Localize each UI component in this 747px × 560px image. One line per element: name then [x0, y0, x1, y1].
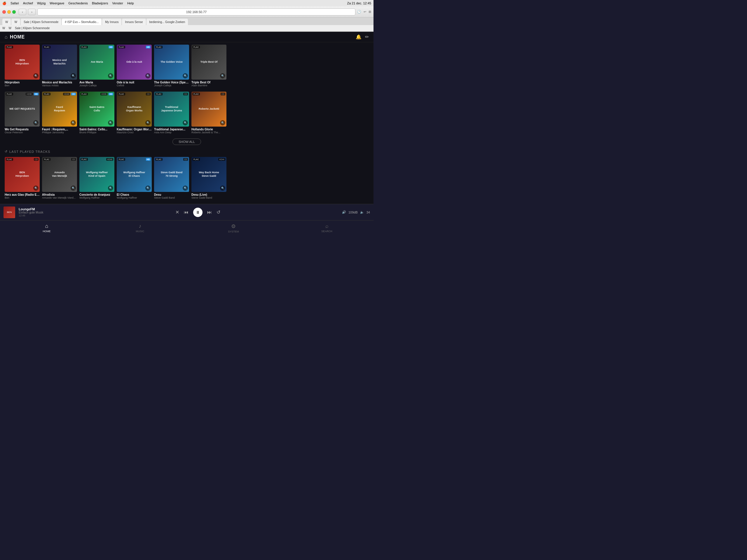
search-icon: ⌕ [325, 223, 329, 229]
album-faure[interactable]: FauréRequiem FLAC HD48 HD 🔍 Fauré : Requ… [42, 91, 77, 134]
now-playing-bar: BEN LoungeFM Einfach gute Musik 12:46 ✕ … [0, 204, 374, 220]
album-ode[interactable]: Ode à la nuit FLAC HD 🔍 Ode à la nuit Ce… [117, 45, 152, 87]
minimize-button[interactable] [7, 10, 11, 14]
album-artist: Alain Barrière [191, 84, 227, 87]
track-artist: Wolfgang Haffner [117, 196, 152, 199]
home-icon: ⌂ [45, 223, 48, 229]
menu-wijzig[interactable]: Wijzig [37, 1, 46, 5]
tab-bar: W W Sale | Klijsen Schoenmode # ISP Evo … [0, 18, 374, 25]
album-name: Hörproben [5, 81, 40, 84]
nav-home[interactable]: ⌂ HOME [0, 220, 93, 235]
system-icon: ⚙ [231, 223, 236, 230]
safari-toolbar: ‹ › 192.168.50.77 🕐↩⊞ [0, 6, 374, 18]
track-name: Afrodisia [42, 193, 77, 196]
nav-music[interactable]: ♪ MUSIC [93, 220, 187, 235]
traffic-lights [2, 10, 16, 14]
track-afrodisia[interactable]: AmuedoVan Merwijk FLAC CD 🔍 Afrodisia Am… [42, 157, 77, 199]
album-artist: Various Artists [42, 84, 77, 87]
last-played-grid: BENHörproben FLAC CD 🔍 Herz aus Glas (Ra… [0, 155, 374, 202]
close-button[interactable] [2, 10, 6, 14]
show-all-container: SHOW ALL [0, 136, 374, 147]
album-kauffmann[interactable]: KauffmannOrgan Works FLAC CD 🔍 Kauffmann… [117, 91, 152, 134]
shuffle-icon[interactable]: ✕ [175, 209, 179, 215]
address-bar[interactable]: 192.168.50.77 [37, 8, 355, 16]
last-played-label: ↺ LAST PLAYED TRACKS [0, 147, 374, 155]
volume-level: 34 [366, 211, 370, 214]
album-name: Fauré : Requiem,... [42, 128, 77, 131]
menu-venster[interactable]: Venster [112, 1, 123, 5]
album-hollands[interactable]: Roberto Jacketti FLAC CD 🔍 Hollands Glor… [191, 91, 227, 134]
menu-safari[interactable]: Safari [10, 1, 19, 5]
np-subtitle: Einfach gute Musik [19, 211, 54, 214]
nav-system-label: SYSTEM [228, 230, 239, 233]
track-desu-live[interactable]: Way Back HomeSteve Gadd FLAC HD44 🔍 Desu… [191, 157, 227, 199]
bottom-nav: ⌂ HOME ♪ MUSIC ⚙ SYSTEM ⌕ SEARCH [0, 220, 374, 235]
bookmark-0[interactable]: W [2, 27, 5, 30]
menu-geschiedenis[interactable]: Geschiedenis [68, 1, 88, 5]
album-artist: Asia Ann Deep [154, 131, 189, 134]
tab-isp[interactable]: # ISP Evo – StormAudio... [62, 19, 102, 25]
tab-1[interactable]: W [11, 19, 20, 25]
album-mexico[interactable]: Mexico andMariachis FLAC 🔍 Mexico and Ma… [42, 45, 77, 87]
pause-button[interactable]: ⏸ [193, 208, 203, 217]
show-all-button[interactable]: SHOW ALL [173, 138, 201, 145]
track-concierto[interactable]: Wolfgang HaffnerKind of Spain FLAC HD48 … [79, 157, 114, 199]
back-button[interactable]: ‹ [19, 9, 26, 15]
last-played-section: ↺ LAST PLAYED TRACKS BENHörproben FLAC C… [0, 147, 374, 204]
prev-track-icon[interactable]: ⏮ [184, 210, 188, 215]
db-level: 109dB [349, 211, 358, 214]
album-artist: Bruno Philippe [79, 131, 114, 134]
album-name: Mexico and Mariachis [42, 81, 77, 84]
home-nav-icon[interactable]: ⌂ [5, 34, 7, 40]
recently-added-grid-2: WE GET REQUESTS FLAC HD96 HD 🔍 We Get Re… [0, 89, 374, 136]
album-saintsaens[interactable]: Saint-SaënsCello FLAC HD96 HD 🔍 Saint-Sa… [79, 91, 114, 134]
repeat-icon[interactable]: ↺ [216, 209, 220, 215]
track-name: Desu [154, 193, 189, 196]
track-artist: Steve Gadd Band [191, 196, 227, 199]
album-traditional[interactable]: TraditionalJapanese Drums FLAC CD 🔍 Trad… [154, 91, 189, 134]
toolbar-extras: 🕐↩⊞ [357, 10, 371, 14]
tab-innuos[interactable]: My Innuos [102, 19, 121, 25]
page-title: HOME [10, 34, 25, 40]
nav-home-label: HOME [43, 230, 51, 233]
app-header: ⌂ HOME 🔔 ✏ [0, 32, 374, 42]
album-avemaria[interactable]: Ave Maria FLAC HD 🔍 Ave Maria Joseph Cal… [79, 45, 114, 87]
menu-weergave[interactable]: Weergave [50, 1, 64, 5]
album-wegetrequests[interactable]: WE GET REQUESTS FLAC HD96 HD 🔍 We Get Re… [5, 91, 40, 134]
edit-icon[interactable]: ✏ [365, 34, 369, 40]
track-desu[interactable]: Steve Gadd Band70 Strong FLAC CD 🔍 Desu … [154, 157, 189, 199]
now-playing-info: LoungeFM Einfach gute Musik 12:46 [19, 207, 54, 217]
system-time: Za 21 dec. 12:45 [347, 1, 371, 5]
album-name: Saint-Saëns: Cello... [79, 128, 114, 131]
tab-klijsen[interactable]: Sale | Klijsen Schoenmode [21, 19, 61, 25]
menu-help[interactable]: Help [127, 1, 134, 5]
nav-search-label: SEARCH [321, 230, 332, 233]
forward-button[interactable]: › [28, 9, 35, 15]
nav-system[interactable]: ⚙ SYSTEM [187, 220, 280, 235]
music-icon: ♪ [139, 223, 141, 229]
tab-sense[interactable]: Innuos Sense [122, 19, 146, 25]
app-container: ⌂ HOME 🔔 ✏ BENHörproben FLAC 🔍 Hörproben… [0, 32, 374, 235]
tab-0[interactable]: W [2, 19, 11, 25]
next-track-icon[interactable]: ⏭ [207, 210, 212, 215]
album-horproben[interactable]: BENHörproben FLAC 🔍 Hörproben Ben [5, 45, 40, 87]
nav-search[interactable]: ⌕ SEARCH [280, 220, 374, 235]
tab-google[interactable]: bediening... Google Zoeken [147, 19, 188, 25]
track-artist: Steve Gadd Band [154, 196, 189, 199]
speaker-icon: 🔊 [342, 210, 346, 214]
track-elchaos[interactable]: Wolfgang HaffnerEl Chaos FLAC HD 🔍 El Ch… [117, 157, 152, 199]
apple-menu[interactable]: 🍎 [2, 1, 6, 5]
np-title: LoungeFM [19, 207, 54, 211]
menu-archief[interactable]: Archief [23, 1, 33, 5]
track-herzausglas[interactable]: BENHörproben FLAC CD 🔍 Herz aus Glas (Ra… [5, 157, 40, 199]
bookmark-klijsen[interactable]: Sale | Klijsen Schoenmode [15, 27, 50, 30]
track-name: Concierto de Aranjuez [79, 193, 114, 196]
maximize-button[interactable] [12, 10, 16, 14]
album-artist: Oscar Peterson [5, 131, 40, 134]
bell-icon[interactable]: 🔔 [356, 34, 362, 40]
bookmark-1[interactable]: W [8, 27, 11, 30]
album-triplebestof[interactable]: Triple Best Of FLAC 🔍 Triple Best Of Ala… [191, 45, 227, 87]
volume-icon[interactable]: 🔈 [360, 210, 364, 214]
album-goldenvoice[interactable]: The Golden Voice FLAC 🔍 The Golden Voice… [154, 45, 189, 87]
menu-bladwijzers[interactable]: Bladwijzers [92, 1, 108, 5]
